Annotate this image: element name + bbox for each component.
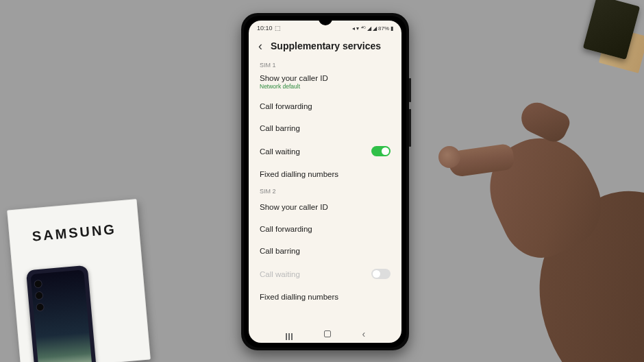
samsung-logo: SAMSUNG	[32, 221, 117, 245]
row-caller-id-sim1[interactable]: Show your caller ID Network default	[249, 70, 401, 95]
row-caller-id-sim2[interactable]: Show your caller ID	[249, 196, 401, 218]
samsung-box: SAMSUNG	[7, 199, 151, 362]
nav-back-icon[interactable]: ‹	[362, 328, 366, 339]
phone-device: 10:10 ⬚ ◂ ▾ ⁴ᴳ ◢ ◢ 87% ▮ ‹ Supplementary…	[241, 13, 409, 350]
settings-list: SIM 1 Show your caller ID Network defaul…	[249, 59, 401, 325]
status-time: 10:10	[257, 25, 273, 32]
row-barring-sim2[interactable]: Call barring	[249, 240, 401, 262]
row-fdn-sim2[interactable]: Fixed dialling numbers	[249, 286, 401, 308]
battery-icon: ▮	[391, 25, 393, 32]
toggle-waiting-sim2	[371, 269, 391, 279]
row-barring-sim1[interactable]: Call barring	[249, 117, 401, 139]
battery-percent: 87%	[378, 25, 389, 32]
row-forwarding-sim1[interactable]: Call forwarding	[249, 95, 401, 117]
section-sim2: SIM 2	[249, 185, 401, 196]
row-waiting-sim2: Call waiting	[249, 262, 401, 286]
page-title: Supplementary services	[271, 40, 381, 51]
page-header: ‹ Supplementary services	[249, 36, 401, 59]
nav-bar: ‹	[249, 325, 401, 343]
row-fdn-sim1[interactable]: Fixed dialling numbers	[249, 163, 401, 185]
hand	[391, 69, 644, 362]
nav-recent-icon[interactable]	[285, 333, 293, 335]
row-waiting-sim1[interactable]: Call waiting	[249, 139, 401, 163]
toggle-waiting-sim1[interactable]	[371, 146, 391, 156]
back-icon[interactable]: ‹	[258, 40, 262, 52]
caller-id-sub: Network default	[260, 83, 391, 90]
status-icon: ⬚	[275, 25, 281, 32]
phone-screen: 10:10 ⬚ ◂ ▾ ⁴ᴳ ◢ ◢ 87% ▮ ‹ Supplementary…	[249, 21, 401, 343]
caller-id-label: Show your caller ID	[260, 74, 391, 82]
row-forwarding-sim2[interactable]: Call forwarding	[249, 218, 401, 240]
nav-home-icon[interactable]	[324, 330, 331, 337]
signal-icon: ◂ ▾ ⁴ᴳ ◢ ◢	[352, 25, 377, 32]
section-sim1: SIM 1	[249, 59, 401, 70]
